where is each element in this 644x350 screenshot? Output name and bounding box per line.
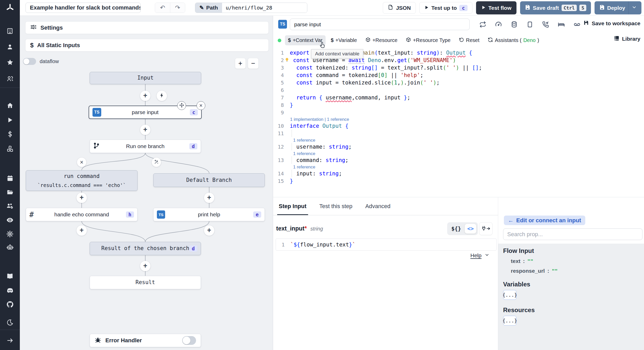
trigger-bolt-button[interactable] xyxy=(157,91,167,101)
flow-settings-button[interactable]: Settings xyxy=(25,21,269,34)
connect-input-button[interactable] xyxy=(479,222,493,235)
code-line[interactable]: 13 command: string; xyxy=(273,156,644,164)
favorites-star-icon[interactable] xyxy=(0,57,20,68)
save-draft-button[interactable]: Save draft Ctrl S xyxy=(520,1,591,14)
code-line[interactable]: 6 xyxy=(273,86,644,94)
windmill-logo[interactable] xyxy=(0,2,20,13)
undo-button[interactable]: ↶ xyxy=(155,3,170,13)
path-input[interactable]: u/henri/flow_28 xyxy=(222,3,307,13)
delete-step-button[interactable]: × xyxy=(197,101,205,110)
flow-node-input[interactable]: Input xyxy=(90,72,201,84)
code-mode-button[interactable]: <> xyxy=(465,224,476,234)
help-link[interactable]: Help xyxy=(470,252,489,259)
codelens-link[interactable]: 1 reference xyxy=(273,150,644,156)
move-step-handle[interactable] xyxy=(177,101,186,110)
discord-icon[interactable] xyxy=(0,285,20,296)
flow-node-handle-echo-command[interactable]: # handle echo command h xyxy=(26,208,138,221)
error-handler-toggle[interactable] xyxy=(182,336,196,345)
code-line[interactable]: 10interface Output { xyxy=(273,122,644,130)
collapse-arrow-icon[interactable] xyxy=(0,335,20,346)
code-line[interactable]: 9 xyxy=(273,109,644,116)
add-variable-button[interactable]: $+Variable xyxy=(328,35,360,45)
add-branch-button[interactable] xyxy=(152,158,161,167)
groups-icon[interactable] xyxy=(0,73,20,84)
resources-cubes-icon[interactable] xyxy=(0,143,20,155)
dataflow-toggle[interactable] xyxy=(23,58,36,65)
flow-node-run-one-branch[interactable]: Run one branch d xyxy=(90,140,201,153)
test-flow-button[interactable]: Test flow xyxy=(476,1,516,14)
ai-robot-icon[interactable] xyxy=(0,242,20,253)
step-name-input[interactable]: parse input xyxy=(290,19,470,30)
variables-expand-button[interactable]: {...} xyxy=(503,290,516,300)
schedules-calendar-icon[interactable] xyxy=(0,173,20,184)
code-line[interactable]: 12 username: string; xyxy=(273,143,644,150)
codelens-link[interactable]: 1 implementation | 1 reference xyxy=(273,116,644,122)
add-step-button[interactable]: + xyxy=(140,125,150,135)
home-icon[interactable] xyxy=(0,100,20,111)
flow-node-result[interactable]: Result xyxy=(90,276,201,289)
save-to-workspace-button[interactable]: Save to workspace xyxy=(583,20,640,27)
code-line[interactable]: 11 xyxy=(273,130,644,137)
add-step-button[interactable]: + xyxy=(77,193,87,203)
codelens-link[interactable]: 1 reference xyxy=(273,137,644,143)
deploy-button[interactable]: Deploy xyxy=(595,1,641,14)
mobile-window-icon[interactable] xyxy=(526,21,533,28)
json-button[interactable]: JSON xyxy=(383,2,416,14)
github-icon[interactable] xyxy=(0,299,20,310)
workspace-icon[interactable] xyxy=(0,25,20,37)
reset-button[interactable]: Reset xyxy=(456,35,482,46)
folders-icon[interactable] xyxy=(0,186,20,198)
edit-or-connect-button[interactable]: ← Edit or connect an input xyxy=(504,216,585,225)
docs-book-icon[interactable] xyxy=(0,270,20,282)
workers-users-gear-icon[interactable] xyxy=(0,200,20,211)
tab-step-input[interactable]: Step Input xyxy=(279,197,307,215)
remove-branch-button[interactable]: × xyxy=(77,158,86,167)
tab-advanced[interactable]: Advanced xyxy=(365,197,391,215)
phone-incoming-icon[interactable] xyxy=(542,21,549,28)
code-line[interactable]: 15} xyxy=(273,177,644,185)
search-prop-input[interactable]: Search prop... xyxy=(503,228,642,240)
lightbulb-icon[interactable] xyxy=(284,57,290,63)
add-step-button[interactable]: + xyxy=(77,225,87,236)
flow-input-prop-response-url[interactable]: response_url : "" xyxy=(511,268,639,274)
code-line[interactable]: 5 const input = tokenized.slice(1,).join… xyxy=(273,79,644,86)
flow-node-print-help[interactable]: TS print help e xyxy=(153,208,265,221)
database-icon[interactable] xyxy=(511,21,518,28)
flow-node-error-handler[interactable]: Error Handler xyxy=(90,334,201,347)
audit-eye-icon[interactable] xyxy=(0,214,20,226)
settings-gear-icon[interactable] xyxy=(0,228,20,240)
expression-editor[interactable]: 1 `${flow_input.text}` xyxy=(276,238,497,251)
gauge-icon[interactable] xyxy=(495,21,502,28)
resources-expand-button[interactable]: {...} xyxy=(503,316,516,326)
flow-node-run-command-branch[interactable]: run command `results.c.command === 'echo… xyxy=(26,170,138,191)
code-line[interactable]: 8} xyxy=(273,101,644,109)
flow-title-input[interactable]: Example handler for slack bot commands xyxy=(26,3,141,13)
redo-button[interactable]: ↷ xyxy=(170,3,185,13)
add-step-button[interactable]: + xyxy=(204,193,214,203)
all-static-inputs-button[interactable]: $ All Static Inputs xyxy=(25,39,269,52)
chevron-down-icon[interactable] xyxy=(632,5,637,11)
add-step-button[interactable]: + xyxy=(140,261,150,271)
template-mode-button[interactable]: ${} xyxy=(449,225,464,233)
variables-dollar-icon[interactable] xyxy=(0,129,20,140)
voicemail-icon[interactable] xyxy=(573,21,581,28)
code-line[interactable]: 3 const tokenized: string[] = text_input… xyxy=(273,64,644,71)
test-up-to-button[interactable]: Test up to c xyxy=(419,2,472,14)
add-step-button[interactable]: + xyxy=(204,225,214,236)
library-button[interactable]: Library xyxy=(614,35,640,42)
repeat-icon[interactable] xyxy=(479,21,486,28)
code-line[interactable]: 7 return { username,command, input }; xyxy=(273,94,644,101)
flow-input-prop-text[interactable]: text : "" xyxy=(511,258,639,264)
code-line[interactable]: 4 const command = tokenized[0] || 'help'… xyxy=(273,71,644,79)
code-area[interactable]: 1export async function main(text_input: … xyxy=(273,48,644,197)
code-line[interactable]: 14 input: string; xyxy=(273,170,644,177)
assistants-button[interactable]: Assistants (Deno) xyxy=(485,35,542,46)
runs-play-icon[interactable] xyxy=(0,114,20,126)
bed-icon[interactable] xyxy=(558,21,565,28)
tab-test-this-step[interactable]: Test this step xyxy=(319,197,352,215)
flow-node-default-branch[interactable]: Default Branch xyxy=(153,173,265,187)
add-resource-button[interactable]: +Resource xyxy=(362,35,401,46)
flow-node-branch-result[interactable]: Result of the chosen branch d xyxy=(90,242,201,255)
dark-mode-moon-icon[interactable] xyxy=(0,317,20,328)
user-icon[interactable] xyxy=(0,41,20,53)
